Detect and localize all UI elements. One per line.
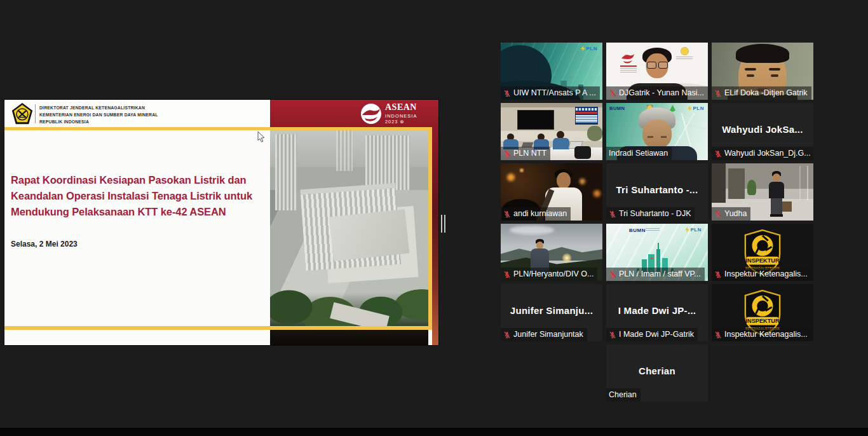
asean-logo-small-icon — [620, 50, 635, 65]
participant-tile[interactable]: andi kurniawan — [501, 163, 602, 221]
muted-mic-icon — [609, 90, 616, 97]
slide-header: DIREKTORAT JENDERAL KETENAGALISTRIKANKEM… — [4, 100, 438, 127]
participant-face — [557, 172, 571, 189]
mouse-cursor-icon — [257, 131, 266, 142]
participants-grid: PLN UIW NTT/Ansats P A ... DJGatrik - Yu… — [501, 43, 813, 402]
photo-bottom-strip — [270, 330, 428, 345]
muted-mic-icon — [714, 90, 722, 97]
participant-name-text: I Made Dwi JP-Gatrik — [619, 330, 694, 339]
participant-tile[interactable]: ELif Doka -Ditjen Gatrik — [712, 43, 813, 100]
participant-tile[interactable]: BUMN PLN PLN / Imam / staff VP... — [606, 224, 708, 281]
participant-polo — [769, 182, 784, 198]
muted-mic-icon — [609, 210, 616, 218]
participant-display-name: Cherian — [606, 365, 708, 376]
muted-mic-icon — [503, 271, 511, 278]
muted-mic-icon — [503, 150, 511, 158]
participant-tile[interactable]: PLN NTT — [501, 103, 602, 160]
asean-2023-emblem-icon — [360, 102, 383, 125]
participant-name-label: Inspektur Ketenagalis... — [712, 268, 811, 281]
participant-tile[interactable]: PLN/Heryanto/DIV O... — [501, 224, 602, 281]
muted-mic-icon — [714, 210, 722, 218]
participant-name-label: I Made Dwi JP-Gatrik — [606, 328, 698, 341]
participant-hair — [736, 44, 789, 63]
participant-display-name: Wahyudi JokSa... — [712, 124, 813, 135]
asean-banner-line2: INDONESIA — [385, 113, 432, 119]
participant-name-label: Cherian — [606, 388, 641, 402]
participant-name-label: PLN NTT — [501, 147, 550, 160]
pln-logo: PLN — [685, 227, 702, 233]
participant-name-text: DJGatrik - Yunan Nasi... — [619, 88, 704, 98]
participant-name-label: Indradi Setiawan — [606, 147, 672, 160]
participant-tile[interactable]: Yudha — [712, 163, 813, 221]
plant-shape — [587, 126, 602, 141]
bumn-logo: BUMN — [609, 106, 625, 111]
participant-tile[interactable]: INSPEKTUR KETENAGALISTRIKAN Inspektur Ke… — [712, 284, 813, 341]
participant-display-name: Junifer Simanju... — [501, 305, 602, 316]
participant-tile[interactable]: CherianCherian — [606, 344, 708, 402]
participant-name-label: DJGatrik - Yunan Nasi... — [606, 86, 708, 100]
muted-mic-icon — [503, 210, 511, 218]
djk-ministry-logo-icon — [11, 102, 33, 125]
svg-text:INSPEKTUR: INSPEKTUR — [745, 257, 779, 264]
muted-mic-icon — [503, 331, 511, 339]
participant-name-text: andi kurniawan — [513, 209, 567, 219]
participant-face — [773, 174, 780, 182]
asean-banner-line1: ASEAN — [385, 102, 432, 112]
muted-mic-icon — [714, 331, 722, 339]
participant-name-label: andi kurniawan — [501, 207, 571, 221]
ministry-crest-icon — [681, 47, 689, 55]
participant-name-label: PLN / Imam / staff VP... — [606, 268, 705, 281]
participant-tile[interactable]: Tri Suhartanto -... Tri Suhartanto - DJK — [606, 163, 708, 221]
participant-display-name: I Made Dwi JP-... — [606, 305, 708, 316]
dashboard-screen — [575, 107, 598, 125]
participant-name-text: ELif Doka -Ditjen Gatrik — [724, 88, 808, 98]
pln-logo: PLN — [688, 106, 705, 111]
building-photo — [270, 130, 428, 329]
muted-mic-icon — [714, 271, 722, 278]
participant-name-text: Yudha — [724, 209, 747, 219]
participant-name-label: UIW NTT/Ansats P A ... — [501, 86, 600, 100]
participant-name-text: Indradi Setiawan — [609, 149, 668, 158]
muted-mic-icon — [609, 271, 616, 278]
slide-right-red-edge — [432, 127, 438, 345]
slide-title: Rapat Koordinasi Kesiapan Pasokan Listri… — [11, 172, 268, 219]
participant-name-text: Inspektur Ketenagalis... — [724, 269, 808, 279]
participant-name-label: PLN/Heryanto/DIV O... — [501, 268, 597, 281]
participant-trousers — [771, 198, 782, 215]
wall-tv — [517, 110, 554, 130]
participant-name-label: Tri Suhartanto - DJK — [606, 207, 695, 221]
participant-display-name: Tri Suhartanto -... — [606, 184, 708, 195]
participant-tile[interactable]: PLN UIW NTT/Ansats P A ... — [501, 43, 602, 100]
panel-resize-handle[interactable] — [441, 215, 446, 233]
participant-name-text: Junifer Simanjuntak — [513, 330, 583, 339]
header-divider — [35, 104, 36, 123]
participant-face — [642, 119, 672, 149]
participant-tile[interactable]: Wahyudi JokSa... Wahyudi JokSan_Dj.G... — [712, 103, 813, 160]
participant-name-text: PLN/Heryanto/DIV O... — [513, 269, 593, 279]
participant-name-text: UIW NTT/Ansats P A ... — [513, 88, 596, 98]
participant-name-text: PLN / Imam / staff VP... — [619, 269, 701, 279]
participant-name-text: Wahyudi JokSan_Dj.G... — [724, 149, 811, 158]
asean-red-banner: ASEAN INDONESIA 2023 ⊛ — [270, 100, 438, 127]
participant-name-label: Junifer Simanjuntak — [501, 328, 587, 341]
muted-mic-icon — [503, 90, 511, 97]
participant-tile[interactable]: INSPEKTUR KETENAGALISTRIKAN Inspektur Ke… — [712, 224, 813, 281]
muted-mic-icon — [714, 150, 722, 158]
muted-mic-icon — [609, 331, 616, 339]
plant-shape — [747, 180, 756, 195]
pln-logo: PLN — [581, 46, 598, 51]
agency-name-lines: DIREKTORAT JENDERAL KETENAGALISTRIKANKEM… — [39, 105, 158, 126]
asean-banner-line3: 2023 ⊛ — [385, 119, 432, 125]
participant-name-label: Inspektur Ketenagalis... — [712, 328, 811, 341]
participant-tile[interactable]: Junifer Simanju... Junifer Simanjuntak — [501, 284, 602, 341]
svg-text:INSPEKTUR: INSPEKTUR — [745, 318, 779, 324]
light-flare — [562, 253, 572, 263]
participant-tile[interactable]: DJGatrik - Yunan Nasi... — [606, 43, 708, 100]
slide-date: Selasa, 2 Mei 2023 — [11, 240, 78, 249]
participant-name-text: Inspektur Ketenagalis... — [724, 330, 808, 339]
participant-tile[interactable]: I Made Dwi JP-... I Made Dwi JP-Gatrik — [606, 284, 708, 341]
shared-slide: DIREKTORAT JENDERAL KETENAGALISTRIKANKEM… — [4, 100, 438, 345]
participant-tile[interactable]: BUMN PLN Indradi Setiawan — [606, 103, 708, 160]
participant-name-label: Wahyudi JokSan_Dj.G... — [712, 147, 813, 160]
bottom-bar — [0, 428, 868, 436]
